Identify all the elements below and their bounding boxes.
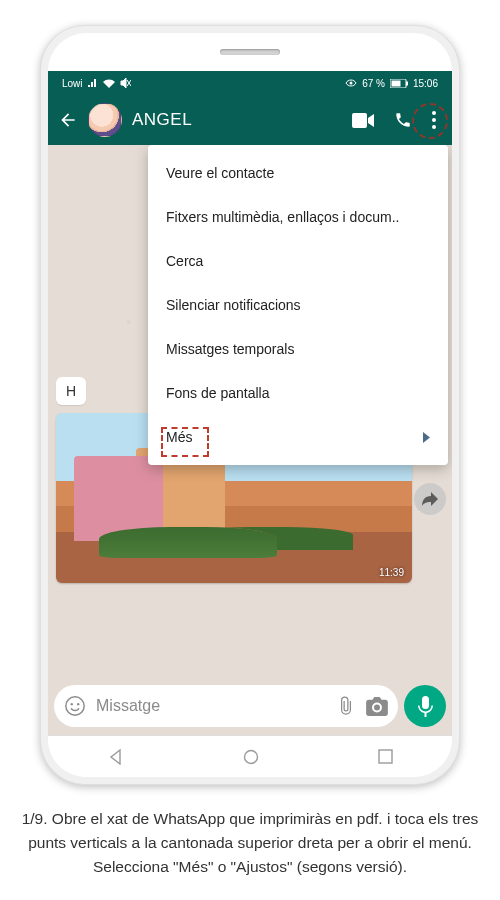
svg-point-0 (350, 82, 353, 85)
chat-header: ANGEL (48, 95, 452, 145)
camera-icon[interactable] (366, 697, 388, 716)
eye-icon (345, 79, 357, 87)
svg-point-5 (432, 111, 436, 115)
menu-item-view-contact[interactable]: Veure el contacte (148, 151, 448, 195)
svg-point-9 (71, 703, 73, 705)
svg-point-10 (77, 703, 79, 705)
wifi-icon (103, 79, 115, 88)
signal-icon (88, 79, 98, 88)
battery-icon (390, 79, 408, 88)
options-dropdown: Veure el contacte Fitxers multimèdia, en… (148, 145, 448, 465)
clock: 15:06 (413, 78, 438, 89)
mic-icon (418, 696, 433, 717)
svg-point-11 (244, 750, 257, 763)
menu-item-mute[interactable]: Silenciar notificacions (148, 283, 448, 327)
svg-rect-2 (391, 80, 400, 86)
chevron-right-icon (423, 432, 430, 443)
back-icon[interactable] (58, 110, 78, 130)
nav-home-icon[interactable] (243, 749, 259, 765)
menu-item-more[interactable]: Més (148, 415, 448, 459)
message-placeholder: Missatge (96, 697, 326, 715)
android-nav-bar (48, 735, 452, 777)
forward-button[interactable] (414, 483, 446, 515)
forward-icon (422, 492, 438, 506)
more-options-icon[interactable] (432, 111, 436, 129)
carrier-label: Lowi (62, 78, 83, 89)
emoji-icon[interactable] (64, 695, 86, 717)
menu-item-wallpaper[interactable]: Fons de pantalla (148, 371, 448, 415)
menu-item-disappearing[interactable]: Missatges temporals (148, 327, 448, 371)
incoming-message[interactable]: H (56, 377, 86, 405)
svg-rect-12 (379, 750, 392, 763)
menu-item-search[interactable]: Cerca (148, 239, 448, 283)
battery-pct: 67 % (362, 78, 385, 89)
message-timestamp: 11:39 (379, 567, 404, 578)
attach-icon[interactable] (336, 696, 356, 716)
svg-rect-4 (352, 113, 367, 128)
svg-point-7 (432, 125, 436, 129)
voice-call-icon[interactable] (394, 111, 412, 129)
phone-frame: Lowi 67 % 15:06 ANGEL (40, 25, 460, 785)
composer: Missatge (48, 679, 452, 735)
mic-button[interactable] (404, 685, 446, 727)
tutorial-caption: 1/9. Obre el xat de WhatsApp que imprimi… (10, 807, 490, 879)
no-sound-icon (120, 78, 131, 88)
nav-recent-icon[interactable] (378, 749, 393, 764)
status-bar: Lowi 67 % 15:06 (48, 71, 452, 95)
svg-rect-3 (406, 81, 408, 85)
phone-speaker (220, 49, 280, 55)
message-input[interactable]: Missatge (54, 685, 398, 727)
svg-point-8 (66, 697, 84, 715)
menu-item-media[interactable]: Fitxers multimèdia, enllaços i docum.. (148, 195, 448, 239)
chat-title[interactable]: ANGEL (132, 110, 342, 130)
video-call-icon[interactable] (352, 113, 374, 128)
chat-body[interactable]: Veure el contacte Fitxers multimèdia, en… (48, 145, 452, 735)
svg-point-6 (432, 118, 436, 122)
avatar[interactable] (88, 103, 122, 137)
phone-screen: Lowi 67 % 15:06 ANGEL (48, 33, 452, 777)
nav-back-icon[interactable] (108, 749, 124, 765)
